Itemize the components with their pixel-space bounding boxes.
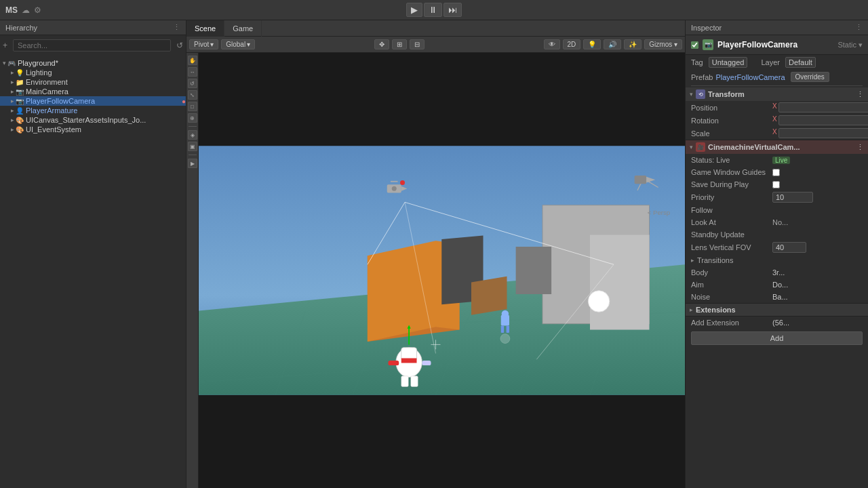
custom-tool-1[interactable]: ◈	[188, 130, 197, 140]
aim-value[interactable]: Do...	[772, 281, 863, 289]
transform-menu[interactable]: ⋮	[856, 90, 864, 99]
2d-button[interactable]: 2D	[563, 39, 581, 49]
layer-value[interactable]: Default	[785, 57, 816, 68]
object-active-checkbox[interactable]	[691, 41, 698, 49]
gizmos-button[interactable]: Gizmos ▾	[644, 39, 682, 49]
body-value[interactable]: 3r...	[772, 268, 863, 277]
extensions-section: ▸ Extensions	[686, 304, 868, 317]
move-tool[interactable]: ✥	[374, 39, 389, 49]
pivot-dropdown[interactable]: Pivot ▾	[189, 39, 218, 49]
sx-label: X	[772, 128, 777, 138]
game-window-guides-prop: Game Window Guides	[686, 166, 868, 178]
tab-scene[interactable]: Scene	[186, 20, 224, 37]
hierarchy-item-playground[interactable]: ▾ 🎮 Playground*	[0, 58, 186, 68]
lookat-value[interactable]: No...	[772, 218, 788, 226]
pause-button[interactable]: ⏸	[424, 3, 442, 17]
expand-arrow[interactable]: ▸	[11, 79, 14, 85]
hierarchy-add-button[interactable]: +	[3, 41, 7, 50]
rect-tool-v[interactable]: □	[188, 102, 197, 111]
rotation-x[interactable]	[778, 115, 868, 125]
hierarchy-refresh-button[interactable]: ↺	[176, 41, 183, 50]
global-dropdown[interactable]: Global ▾	[221, 39, 255, 49]
expand-arrow[interactable]: ▸	[11, 107, 14, 114]
step-button[interactable]: ⏭	[443, 3, 462, 17]
cinemachine-menu[interactable]: ⋮	[856, 143, 864, 152]
position-prop: Position X Y Z	[686, 101, 868, 114]
rotation-prop: Rotation X Y Z 🔒	[686, 114, 868, 127]
transform-header[interactable]: ▾ ⟲ Transform ⋮	[686, 87, 868, 101]
noise-value[interactable]: Ba...	[772, 293, 863, 301]
add-component-button[interactable]: Add	[691, 331, 863, 345]
hierarchy-item-playerfollowcamera[interactable]: ▸ 📷 PlayerFollowCamera ●	[0, 96, 186, 106]
hierarchy-search-input[interactable]	[13, 39, 171, 52]
add-ext-value[interactable]: (56...	[772, 319, 863, 327]
tree-item-label: UI_EventSystem	[26, 125, 81, 134]
hierarchy-header: Hierarchy ⋮	[0, 20, 186, 35]
grid-tool[interactable]: ⊞	[392, 39, 407, 49]
scale-x[interactable]	[778, 128, 868, 138]
play-button[interactable]: ▶	[406, 3, 422, 17]
expand-arrow[interactable]: ▸	[11, 88, 14, 95]
inspector-menu-icon[interactable]: ⋮	[855, 23, 863, 32]
move-tool-v[interactable]: ↔	[188, 67, 197, 77]
fov-input[interactable]	[772, 242, 806, 253]
add-ext-label: Add Extension	[691, 319, 772, 327]
lighting-button[interactable]: 💡	[583, 39, 601, 49]
hierarchy-item-environment[interactable]: ▸ 📁 Environment	[0, 77, 186, 87]
expand-arrow[interactable]: ▸	[11, 69, 14, 76]
scale-label: Scale	[691, 129, 772, 138]
priority-input[interactable]	[772, 192, 813, 203]
prefab-value[interactable]: PlayerFollowCamera	[715, 73, 785, 81]
hierarchy-item-maincamera[interactable]: ▸ 📷 MainCamera	[0, 87, 186, 96]
status-badge: Live	[772, 157, 790, 164]
rotate-tool-v[interactable]: ↺	[188, 79, 197, 88]
expand-arrow[interactable]: ▸	[11, 98, 14, 104]
tree-item-label: PlayerFollowCamera	[26, 97, 95, 105]
inspector-panel: Inspector ⋮ 📷 PlayerFollowCamera Static …	[685, 20, 868, 488]
play-tool-v[interactable]: ▶	[188, 159, 197, 168]
expand-arrow[interactable]: ▸	[11, 117, 14, 123]
custom-tool-2[interactable]: ▣	[188, 142, 197, 151]
hierarchy-item-playerarmature[interactable]: ▸ 👤 PlayerArmature	[0, 106, 186, 115]
standby-prop: Standby Update	[686, 228, 868, 241]
scale-tool-v[interactable]: ⤡	[188, 90, 197, 100]
separator-1	[691, 85, 863, 86]
noise-label: Noise	[691, 293, 772, 301]
tag-value[interactable]: Untagged	[709, 57, 748, 68]
scene-canvas: < Persp	[186, 53, 685, 488]
overrides-button[interactable]: Overrides	[791, 72, 829, 82]
inspector-object-header: 📷 PlayerFollowCamera Static ▾	[686, 35, 868, 55]
svg-point-36	[500, 334, 510, 344]
tag-row: Tag Untagged Layer Default	[686, 55, 868, 70]
cinemachine-header[interactable]: ▾ 🎥 CinemachineVirtualCam... ⋮	[686, 140, 868, 154]
cinemachine-component: ▾ 🎥 CinemachineVirtualCam... ⋮ Status: L…	[686, 140, 868, 304]
rx-label: X	[772, 115, 777, 125]
hierarchy-item-lighting[interactable]: ▸ 💡 Lighting	[0, 68, 186, 77]
tree-item-label: Playground*	[18, 59, 58, 67]
hand-tool[interactable]: ✋	[188, 56, 197, 65]
tab-game[interactable]: Game	[224, 20, 262, 37]
gwg-label: Game Window Guides	[691, 168, 772, 176]
hierarchy-item-uicanvas[interactable]: ▸ 🎨 UICanvas_StarterAssetsInputs_Jo...	[0, 115, 186, 125]
audio-button[interactable]: 🔊	[604, 39, 621, 49]
hierarchy-menu-icon[interactable]: ⋮	[173, 23, 180, 32]
lookat-label: Look At	[691, 218, 772, 226]
expand-arrow[interactable]: ▸	[11, 126, 14, 133]
hierarchy-item-uieventsystem[interactable]: ▸ 🎨 UI_EventSystem	[0, 125, 186, 134]
sdp-checkbox[interactable]	[772, 181, 780, 188]
follow-prop: Follow	[686, 204, 868, 216]
position-x[interactable]	[778, 102, 868, 113]
transform-tool-v[interactable]: ⊕	[188, 113, 197, 123]
gwg-checkbox[interactable]	[772, 169, 780, 176]
effects-button[interactable]: ✨	[624, 39, 642, 49]
more-tools[interactable]: ⊟	[410, 39, 425, 49]
expand-arrow[interactable]: ▾	[3, 60, 6, 66]
transitions-arrow[interactable]: ▸	[691, 257, 694, 264]
extensions-header[interactable]: ▸ Extensions	[686, 304, 868, 316]
scene-view[interactable]: < Persp ✋ ↔ ↺ ⤡ □ ⊕ ◈ ▣ ▶	[186, 53, 685, 488]
camera-effects[interactable]: 👁	[544, 39, 560, 49]
cinemachine-icon: 🎥	[696, 142, 705, 152]
tree-item-label: PlayerArmature	[26, 106, 77, 115]
hierarchy-tree: ▾ 🎮 Playground* ▸ 💡 Lighting ▸ 📁 Environ…	[0, 56, 186, 488]
x-label: X	[772, 102, 777, 113]
